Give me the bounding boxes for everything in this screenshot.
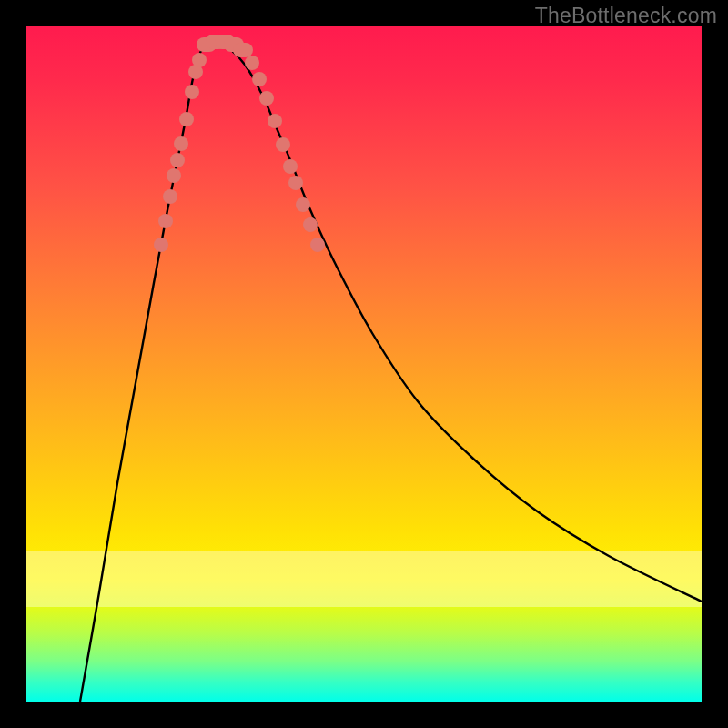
marker-dot [163, 189, 177, 204]
chart-plot-area [26, 26, 702, 702]
marker-dot [310, 238, 325, 252]
marker-dot [259, 91, 274, 106]
marker-dot [154, 238, 168, 252]
marker-dot [192, 53, 207, 67]
marker-dot [276, 137, 290, 152]
chart-frame: TheBottleneck.com [0, 0, 728, 728]
marker-dot [268, 114, 282, 128]
marker-dot [174, 136, 188, 151]
marker-dot [288, 176, 303, 190]
bottleneck-curve [26, 26, 702, 702]
marker-dot [167, 168, 181, 183]
marker-dot [283, 159, 298, 174]
marker-dot [170, 153, 185, 167]
marker-dot [245, 56, 259, 70]
marker-dot [185, 85, 199, 99]
marker-dot [303, 217, 318, 232]
marker-dot [158, 214, 173, 228]
watermark-text: TheBottleneck.com [535, 4, 717, 28]
marker-dot [296, 197, 310, 212]
marker-dot [179, 112, 194, 126]
marker-dot [252, 72, 267, 86]
